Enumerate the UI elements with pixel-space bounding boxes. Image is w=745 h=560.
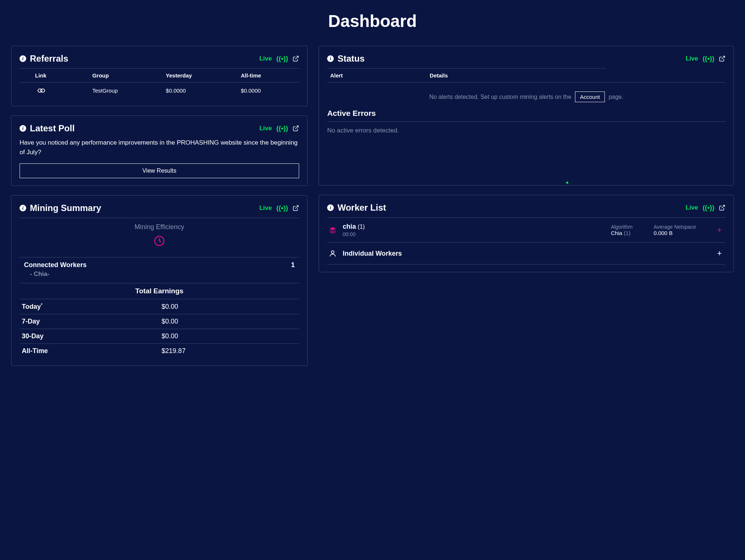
live-label: Live: [686, 204, 698, 211]
worker-list-card: i Worker List Live ((•)) c: [319, 195, 734, 272]
ref-group: TestGroup: [89, 83, 163, 99]
ref-alltime: $0.0000: [238, 83, 299, 99]
svg-point-2: [41, 89, 45, 92]
active-errors-title: Active Errors: [327, 109, 725, 118]
earnings-30day-value: $0.00: [159, 329, 299, 344]
worker-list-title: Worker List: [337, 203, 386, 213]
ref-th-group: Group: [89, 69, 163, 83]
svg-marker-8: [330, 227, 336, 230]
svg-point-9: [331, 251, 334, 253]
poll-question: Have you noticed any performance improve…: [20, 138, 299, 157]
live-label: Live: [259, 55, 272, 62]
no-errors-text: No active errors detected.: [327, 127, 725, 134]
ref-th-alltime: All-time: [238, 69, 299, 83]
info-icon[interactable]: i: [20, 205, 26, 211]
ref-th-link: Link: [20, 69, 89, 83]
mining-summary-card: i Mining Summary Live ((•)) Mining Effic…: [11, 195, 308, 366]
popout-icon[interactable]: [719, 204, 725, 211]
popout-icon[interactable]: [719, 55, 725, 62]
info-icon[interactable]: i: [20, 55, 26, 62]
earnings-7day-value: $0.00: [159, 314, 299, 329]
info-icon[interactable]: i: [327, 55, 334, 62]
table-row: 7-Day $0.00: [20, 314, 299, 329]
status-title: Status: [337, 53, 364, 64]
info-icon[interactable]: i: [327, 204, 334, 211]
worker-netspace-label: Average Netspace: [654, 224, 709, 230]
clock-icon: [154, 235, 165, 246]
mining-title: Mining Summary: [30, 203, 101, 213]
table-row: All-Time $219.87: [20, 344, 299, 359]
individual-workers-label: Individual Workers: [343, 250, 709, 257]
worker-row[interactable]: chia (1) 00:00 Algorithm Chia (1) Averag…: [327, 218, 725, 243]
info-icon[interactable]: i: [20, 125, 26, 132]
broadcast-icon: ((•)): [276, 55, 288, 63]
person-icon: [329, 249, 337, 257]
page-title: Dashboard: [11, 11, 734, 31]
table-row: 30-Day $0.00: [20, 329, 299, 344]
referrals-card: i Referrals Live ((•)) Link Group Yest: [11, 46, 308, 106]
poll-title: Latest Poll: [30, 123, 74, 134]
broadcast-icon: ((•)): [703, 55, 714, 63]
worker-algo-label: Algorithm: [611, 224, 648, 230]
earnings-alltime-value: $219.87: [159, 344, 299, 359]
worker-coin-row: - Chia-: [20, 270, 299, 283]
ref-yesterday: $0.0000: [163, 83, 238, 99]
status-th-alert: Alert: [327, 69, 427, 83]
svg-line-0: [295, 56, 298, 59]
table-row: Today* $0.00: [20, 299, 299, 314]
connected-workers-label: Connected Workers: [24, 261, 87, 269]
connected-workers-count: 1: [291, 261, 295, 269]
earnings-30day-label: 30-Day: [20, 329, 159, 344]
worker-algo-value: Chia (1): [611, 230, 648, 236]
status-indicator-dot: [566, 182, 568, 184]
individual-workers-row[interactable]: Individual Workers +: [327, 243, 725, 265]
no-alerts-message: No alerts detected. Set up custom mining…: [327, 89, 725, 109]
referrals-title: Referrals: [30, 53, 68, 64]
view-results-button[interactable]: View Results: [20, 163, 299, 178]
expand-icon[interactable]: +: [715, 225, 724, 235]
svg-line-3: [295, 126, 298, 129]
expand-icon[interactable]: +: [715, 249, 724, 258]
svg-line-4: [295, 205, 298, 208]
live-label: Live: [259, 125, 272, 132]
popout-icon[interactable]: [292, 125, 299, 132]
status-th-details: Details: [427, 69, 725, 83]
layers-icon: [329, 227, 337, 234]
live-label: Live: [686, 55, 698, 62]
broadcast-icon: ((•)): [276, 124, 288, 132]
earnings-today-label: Today*: [20, 299, 159, 314]
account-button[interactable]: Account: [575, 91, 604, 102]
earnings-title: Total Earnings: [20, 283, 299, 299]
earnings-table: Today* $0.00 7-Day $0.00 30-Day $0.00 Al…: [20, 299, 299, 358]
connected-workers-row: Connected Workers 1: [20, 257, 299, 270]
ref-th-yesterday: Yesterday: [163, 69, 238, 83]
referrals-table: Link Group Yesterday All-time TestGroup …: [20, 68, 299, 98]
earnings-today-value: $0.00: [159, 299, 299, 314]
worker-time: 00:00: [343, 231, 605, 237]
popout-icon[interactable]: [292, 205, 299, 211]
earnings-alltime-label: All-Time: [20, 344, 159, 359]
status-table: Alert Details: [327, 69, 725, 83]
worker-netspace-value: 0.000 B: [654, 230, 709, 236]
worker-count: (1): [358, 224, 365, 230]
earnings-7day-label: 7-Day: [20, 314, 159, 329]
popout-icon[interactable]: [292, 55, 299, 62]
live-label: Live: [259, 204, 272, 212]
worker-name: chia: [343, 223, 356, 230]
broadcast-icon: ((•)): [703, 204, 714, 212]
svg-line-7: [721, 205, 724, 208]
poll-card: i Latest Poll Live ((•)) Have you notice…: [11, 115, 308, 186]
status-card: i Status Live ((•)) Alert Details: [319, 46, 734, 186]
mining-efficiency-label: Mining Efficiency: [20, 223, 299, 231]
link-icon[interactable]: [37, 87, 45, 93]
table-row: TestGroup $0.0000 $0.0000: [20, 83, 299, 99]
broadcast-icon: ((•)): [276, 204, 288, 212]
svg-line-6: [721, 56, 724, 59]
